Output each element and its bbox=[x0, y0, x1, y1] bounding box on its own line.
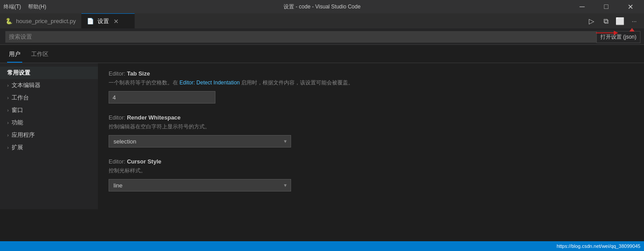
chevron-app: › bbox=[7, 132, 9, 138]
chevron-text-editor: › bbox=[7, 83, 9, 88]
tab-size-key: Tab Size bbox=[127, 70, 150, 77]
tab-user[interactable]: 用户 bbox=[7, 48, 22, 63]
tab-settings[interactable]: 📄 设置 ✕ bbox=[81, 13, 135, 28]
extensions-label: 扩展 bbox=[12, 143, 23, 151]
open-json-wrapper: ··· 打开设置 (json) bbox=[628, 15, 640, 28]
window-label: 窗口 bbox=[12, 106, 23, 114]
setting-cursor-style: Editor: Cursor Style 控制光标样式。 line block … bbox=[109, 158, 633, 191]
titlebar-title: 设置 - code - Visual Studio Code bbox=[284, 3, 360, 11]
cursor-style-select-wrapper: line block underline line-thin block-out… bbox=[109, 179, 291, 191]
chevron-window: › bbox=[7, 108, 9, 113]
menu-terminal[interactable]: 终端(T) bbox=[4, 3, 21, 11]
settings-tabs: 用户 工作区 bbox=[0, 45, 644, 63]
chevron-extensions: › bbox=[7, 145, 9, 150]
cursor-style-desc-text: 控制光标样式。 bbox=[109, 167, 146, 174]
sidebar-item-common[interactable]: 常用设置 bbox=[0, 67, 98, 79]
render-whitespace-title: Editor: Render Whitespace bbox=[109, 114, 633, 121]
statusbar-url: https://blog.csdn.net/wei/qq_38099045 bbox=[557, 243, 640, 249]
sidebar-item-workbench[interactable]: › 工作台 bbox=[0, 92, 98, 104]
tooltip-arrow bbox=[629, 28, 635, 32]
search-bar: ≡ bbox=[0, 29, 644, 45]
sidebar-item-extensions[interactable]: › 扩展 bbox=[0, 141, 98, 154]
render-whitespace-select-wrapper: none boundary selection trailing all ▾ bbox=[109, 135, 291, 147]
maximize-button[interactable]: □ bbox=[596, 0, 616, 13]
menu-help[interactable]: 帮助(H) bbox=[28, 3, 46, 11]
tab-settings-label: 设置 bbox=[97, 17, 109, 25]
svg-marker-1 bbox=[614, 31, 618, 35]
settings-content: Editor: Tab Size 一个制表符等于的空格数。在 Editor: D… bbox=[98, 63, 644, 209]
cursor-style-select[interactable]: line block underline line-thin block-out… bbox=[109, 179, 291, 191]
cursor-style-key: Cursor Style bbox=[127, 158, 161, 165]
tab-python-file[interactable]: 🐍 house_price_predict.py bbox=[0, 13, 81, 28]
sidebar-item-features[interactable]: › 功能 bbox=[0, 116, 98, 129]
tab-size-desc-text: 一个制表符等于的空格数。在 bbox=[109, 80, 178, 86]
common-settings-label: 常用设置 bbox=[7, 69, 30, 77]
tab-close-button[interactable]: ✕ bbox=[113, 18, 120, 25]
sidebar: 常用设置 › 文本编辑器 › 工作台 › 窗口 › 功能 › 应用程序 › 扩展 bbox=[0, 63, 98, 209]
titlebar-left: 终端(T) 帮助(H) bbox=[4, 3, 46, 11]
text-editor-label: 文本编辑器 bbox=[12, 81, 41, 89]
features-label: 功能 bbox=[12, 119, 23, 127]
more-button[interactable]: ··· bbox=[628, 15, 640, 28]
sidebar-item-app[interactable]: › 应用程序 bbox=[0, 129, 98, 141]
toolbar: ▷ ⧉ ⬜ ··· 打开设置 (json) bbox=[582, 13, 644, 29]
titlebar-menu: 终端(T) 帮助(H) bbox=[4, 3, 46, 11]
tab-workspace[interactable]: 工作区 bbox=[29, 48, 50, 63]
tab-size-link[interactable]: Editor: Detect Indentation bbox=[179, 80, 239, 86]
app-label: 应用程序 bbox=[12, 131, 35, 139]
tab-size-desc-suffix: 启用时，根据文件内容，该设置可能会被覆盖。 bbox=[241, 80, 353, 86]
titlebar-controls: ─ □ ✕ bbox=[572, 0, 640, 13]
tab-size-title: Editor: Tab Size bbox=[109, 70, 633, 77]
setting-tab-size: Editor: Tab Size 一个制表符等于的空格数。在 Editor: D… bbox=[109, 70, 633, 104]
tab-size-desc: 一个制表符等于的空格数。在 Editor: Detect Indentation… bbox=[109, 79, 633, 87]
layout-button[interactable]: ⬜ bbox=[614, 15, 626, 28]
minimize-button[interactable]: ─ bbox=[572, 0, 592, 13]
tabbar: 🐍 house_price_predict.py 📄 设置 ✕ ▷ ⧉ ⬜ ··… bbox=[0, 13, 644, 29]
titlebar: 终端(T) 帮助(H) 设置 - code - Visual Studio Co… bbox=[0, 0, 644, 13]
statusbar: https://blog.csdn.net/wei/qq_38099045 bbox=[0, 241, 644, 251]
render-whitespace-select[interactable]: none boundary selection trailing all bbox=[109, 135, 291, 147]
tab-size-input[interactable] bbox=[109, 91, 215, 104]
setting-render-whitespace: Editor: Render Whitespace 控制编辑器在空白字符上显示符… bbox=[109, 114, 633, 147]
cursor-style-prefix: Editor: bbox=[109, 158, 127, 165]
split-button[interactable]: ⧉ bbox=[599, 15, 612, 28]
sidebar-item-window[interactable]: › 窗口 bbox=[0, 104, 98, 116]
cursor-style-title: Editor: Cursor Style bbox=[109, 158, 633, 165]
render-whitespace-key: Render Whitespace bbox=[127, 114, 181, 121]
settings-file-icon: 📄 bbox=[87, 18, 94, 24]
render-whitespace-desc: 控制编辑器在空白字符上显示符号的方式。 bbox=[109, 123, 633, 131]
chevron-workbench: › bbox=[7, 95, 9, 100]
chevron-features: › bbox=[7, 120, 9, 125]
cursor-style-desc: 控制光标样式。 bbox=[109, 167, 633, 175]
run-button[interactable]: ▷ bbox=[585, 15, 598, 28]
render-whitespace-desc-text: 控制编辑器在空白字符上显示符号的方式。 bbox=[109, 124, 210, 130]
tab-python-label: house_price_predict.py bbox=[16, 18, 76, 24]
tab-size-prefix: Editor: bbox=[109, 70, 127, 77]
render-whitespace-prefix: Editor: bbox=[109, 114, 127, 121]
search-input[interactable] bbox=[5, 31, 632, 43]
python-icon: 🐍 bbox=[5, 17, 12, 24]
settings-body: 常用设置 › 文本编辑器 › 工作台 › 窗口 › 功能 › 应用程序 › 扩展 bbox=[0, 63, 644, 209]
close-button[interactable]: ✕ bbox=[620, 0, 640, 13]
sidebar-item-text-editor[interactable]: › 文本编辑器 bbox=[0, 79, 98, 92]
workbench-label: 工作台 bbox=[12, 94, 29, 102]
